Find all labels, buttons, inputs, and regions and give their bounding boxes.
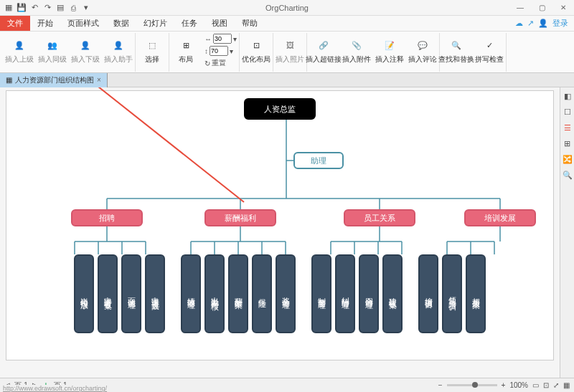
node-leaf[interactable]: 保险 (252, 254, 272, 333)
side-tree-icon[interactable]: 🔀 (562, 153, 573, 165)
login-text[interactable]: 登录 (552, 18, 568, 29)
node-leaf[interactable]: 薪酬政策 (228, 254, 248, 333)
qat-app-icon[interactable]: ▦ (3, 2, 14, 14)
ribbon-link-button[interactable]: 🔗插入超链接 (309, 33, 338, 69)
image-icon: 🖼 (282, 37, 298, 53)
ribbon-note-button[interactable]: 📝插入注释 (375, 33, 404, 69)
cursor-icon: ⬚ (144, 37, 160, 53)
node-assistant[interactable]: 助理 (293, 152, 344, 169)
qat-print-icon[interactable]: ⎙ (67, 2, 79, 14)
menu-帮助[interactable]: 帮助 (235, 16, 265, 31)
ribbon-label: 拼写检查 (475, 54, 504, 64)
ribbon-label: 插入注释 (375, 54, 404, 64)
node-root[interactable]: 人资总监 (244, 98, 316, 120)
fit-page-icon[interactable]: ▭ (532, 381, 539, 389)
person-assist-icon: 👤 (110, 37, 126, 53)
ribbon-label: 插入照片 (276, 54, 304, 64)
fullscreen-icon[interactable]: ⤢ (553, 381, 559, 389)
zoom-slider[interactable] (447, 384, 497, 386)
ribbon-attach-button[interactable]: 📎插入附件 (342, 33, 371, 69)
close-button[interactable]: ✕ (552, 0, 574, 16)
note-icon: 📝 (382, 37, 397, 53)
drawing-canvas[interactable]: 人资总监 助理 招聘薪酬福利员工关系培训发展 岗位投放申请者收集面试管理申请者选… (6, 90, 554, 360)
node-leaf[interactable]: 制度管理 (311, 254, 331, 333)
menu-视图[interactable]: 视图 (204, 16, 235, 31)
ribbon-find-button[interactable]: 🔍查找和替换 (442, 33, 471, 69)
cloud-icon: ☁ (515, 19, 523, 28)
menu-幻灯片[interactable]: 幻灯片 (136, 16, 174, 31)
zoom-in-button[interactable]: + (502, 381, 506, 389)
ribbon-toolbar: 👤插入上级👥插入同级👤插入下级👤插入助手⬚选择⊞布局↔▾↕▾↻重置⊡优化布局🖼插… (0, 32, 574, 73)
ribbon-person-side-button: 👥插入同级 (38, 33, 67, 69)
side-theme-icon[interactable]: ◧ (562, 90, 573, 102)
node-leaf[interactable]: 出勤率考核 (204, 254, 225, 333)
side-list-icon[interactable]: ☰ (562, 122, 573, 133)
qat-doc-icon[interactable]: ▤ (55, 2, 66, 14)
node-leaf[interactable]: 岗位投放 (74, 254, 94, 333)
node-leaf[interactable]: 面试管理 (121, 254, 141, 333)
menu-页面样式[interactable]: 页面样式 (60, 16, 106, 31)
ribbon-person-up-button: 👤插入上级 (5, 33, 34, 69)
qat-redo-icon[interactable]: ↷ (42, 2, 53, 14)
menu-数据[interactable]: 数据 (106, 16, 136, 31)
presentation-icon[interactable]: ▦ (563, 381, 570, 389)
document-tab[interactable]: ▦ 人力资源部门组织结构图 × (0, 73, 108, 87)
node-category[interactable]: 员工关系 (344, 209, 415, 226)
ribbon-optimize-button[interactable]: ⊡优化布局 (242, 33, 270, 69)
reset-size-button[interactable]: ↻重置 (204, 57, 237, 69)
node-leaf[interactable]: 领导力培训 (442, 254, 462, 333)
ribbon-cursor-button[interactable]: ⬚选择 (138, 33, 166, 69)
node-leaf[interactable]: 培训项目 (418, 254, 438, 333)
height-icon: ↕ (204, 47, 208, 55)
height-input[interactable] (210, 46, 228, 56)
app-title: OrgCharting (265, 4, 309, 12)
user-icon: 👤 (538, 19, 548, 28)
ribbon-label: 插入同级 (38, 54, 67, 64)
node-leaf[interactable]: 合同管理 (359, 254, 379, 333)
share-icon: ↗ (527, 19, 534, 28)
node-leaf[interactable]: 申请者选拔 (145, 254, 165, 333)
fit-width-icon[interactable]: ⊡ (543, 381, 549, 389)
menu-任务[interactable]: 任务 (174, 16, 204, 31)
side-search-icon[interactable]: 🔍 (562, 169, 573, 181)
ribbon-layout-button[interactable]: ⊞布局 (171, 33, 200, 69)
width-icon: ↔ (204, 35, 212, 43)
link-icon: 🔗 (316, 37, 331, 53)
leaf-row: 岗位投放申请者收集面试管理申请者选拔绩效管理出勤率考核薪酬政策保险奖金管理制度管… (21, 254, 539, 333)
qat-more-icon[interactable]: ▾ (80, 2, 92, 14)
ribbon-label: 插入超链接 (306, 54, 342, 64)
qat-save-icon[interactable]: 💾 (16, 2, 27, 14)
zoom-out-button[interactable]: − (438, 381, 443, 389)
comment-icon: 💬 (415, 37, 430, 53)
login-area[interactable]: ☁ ↗ 👤 登录 (515, 18, 574, 29)
ribbon-spell-button[interactable]: ✓拼写检查 (475, 33, 504, 69)
ribbon-person-down-button: 👤插入下级 (71, 33, 100, 69)
footer-url[interactable]: http://www.edrawsoft.cn/orgcharting/ (3, 385, 107, 392)
minimize-button[interactable]: — (509, 0, 531, 16)
node-leaf[interactable]: 绩效管理 (181, 254, 201, 333)
node-category[interactable]: 培训发展 (464, 209, 536, 226)
attach-icon: 📎 (349, 37, 364, 53)
side-data-icon[interactable]: ⊞ (562, 138, 573, 149)
zoom-controls: − + 100% ▭ ⊡ ⤢ ▦ (438, 381, 570, 389)
ribbon-label: 选择 (145, 54, 159, 64)
ribbon-label: 查找和替换 (438, 54, 474, 64)
node-leaf[interactable]: 建议收集 (382, 254, 403, 333)
side-shape-icon[interactable]: ☐ (562, 106, 573, 118)
node-leaf[interactable]: 纠纷管理 (335, 254, 355, 333)
node-leaf[interactable]: 相关政策 (466, 254, 486, 333)
node-leaf[interactable]: 奖金管理 (276, 254, 296, 333)
maximize-button[interactable]: ▢ (531, 0, 552, 16)
optimize-icon: ⊡ (248, 37, 264, 53)
tab-close-icon[interactable]: × (97, 76, 101, 84)
ribbon-label: 布局 (179, 54, 193, 64)
qat-undo-icon[interactable]: ↶ (29, 2, 40, 14)
ribbon-comment-button[interactable]: 💬插入评论 (408, 33, 437, 69)
menu-文件[interactable]: 文件 (0, 16, 30, 31)
menu-开始[interactable]: 开始 (30, 16, 60, 31)
node-leaf[interactable]: 申请者收集 (98, 254, 118, 333)
size-controls: ↔▾↕▾↻重置 (204, 33, 237, 69)
width-input[interactable] (213, 34, 232, 44)
node-category[interactable]: 薪酬福利 (204, 209, 276, 226)
node-category[interactable]: 招聘 (71, 209, 143, 226)
